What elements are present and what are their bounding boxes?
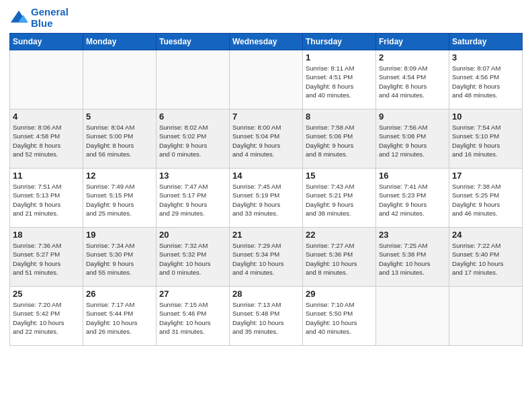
day-info: Sunrise: 7:56 AMSunset: 5:08 PMDaylight:… — [379, 123, 446, 158]
calendar-cell: 15Sunrise: 7:43 AMSunset: 5:21 PMDayligh… — [303, 169, 376, 228]
day-of-week-header: Thursday — [303, 34, 376, 50]
day-number: 9 — [379, 111, 446, 122]
calendar-week-row: 1Sunrise: 8:11 AMSunset: 4:51 PMDaylight… — [10, 50, 523, 109]
calendar-table: SundayMondayTuesdayWednesdayThursdayFrid… — [9, 33, 523, 346]
day-number: 28 — [232, 289, 300, 299]
day-info: Sunrise: 8:06 AMSunset: 4:58 PMDaylight:… — [13, 123, 80, 158]
calendar-week-row: 18Sunrise: 7:36 AMSunset: 5:27 PMDayligh… — [10, 228, 523, 287]
day-info: Sunrise: 7:36 AMSunset: 5:27 PMDaylight:… — [13, 241, 80, 277]
day-number: 16 — [379, 171, 446, 181]
calendar-cell: 2Sunrise: 8:09 AMSunset: 4:54 PMDaylight… — [376, 50, 449, 109]
day-of-week-header: Friday — [376, 34, 449, 50]
day-number: 26 — [86, 289, 153, 299]
day-number: 21 — [232, 230, 300, 240]
day-number: 19 — [86, 230, 153, 240]
calendar-cell: 23Sunrise: 7:25 AMSunset: 5:38 PMDayligh… — [376, 228, 449, 287]
calendar-cell — [376, 287, 449, 346]
calendar-cell: 21Sunrise: 7:29 AMSunset: 5:34 PMDayligh… — [230, 228, 303, 287]
day-number: 25 — [13, 289, 80, 299]
day-info: Sunrise: 8:09 AMSunset: 4:54 PMDaylight:… — [379, 64, 446, 99]
calendar-cell: 3Sunrise: 8:07 AMSunset: 4:56 PMDaylight… — [449, 50, 523, 109]
day-of-week-header: Sunday — [10, 34, 83, 50]
day-info: Sunrise: 7:17 AMSunset: 5:44 PMDaylight:… — [86, 300, 153, 336]
day-number: 5 — [86, 111, 153, 122]
calendar-cell — [10, 50, 83, 109]
day-info: Sunrise: 7:25 AMSunset: 5:38 PMDaylight:… — [379, 241, 446, 277]
calendar-cell: 22Sunrise: 7:27 AMSunset: 5:36 PMDayligh… — [303, 228, 376, 287]
calendar-cell: 1Sunrise: 8:11 AMSunset: 4:51 PMDaylight… — [303, 50, 376, 109]
calendar-cell: 29Sunrise: 7:10 AMSunset: 5:50 PMDayligh… — [303, 287, 376, 346]
calendar-cell: 12Sunrise: 7:49 AMSunset: 5:15 PMDayligh… — [83, 169, 157, 228]
day-info: Sunrise: 7:43 AMSunset: 5:21 PMDaylight:… — [306, 182, 373, 218]
calendar-week-row: 25Sunrise: 7:20 AMSunset: 5:42 PMDayligh… — [10, 287, 523, 346]
calendar-cell: 6Sunrise: 8:02 AMSunset: 5:02 PMDaylight… — [157, 109, 230, 169]
calendar-cell: 13Sunrise: 7:47 AMSunset: 5:17 PMDayligh… — [157, 169, 230, 228]
day-of-week-header: Saturday — [449, 34, 523, 50]
day-number: 17 — [452, 171, 519, 181]
calendar-cell: 10Sunrise: 7:54 AMSunset: 5:10 PMDayligh… — [449, 109, 523, 169]
day-number: 14 — [232, 171, 300, 181]
calendar-cell: 20Sunrise: 7:32 AMSunset: 5:32 PMDayligh… — [157, 228, 230, 287]
calendar-cell: 19Sunrise: 7:34 AMSunset: 5:30 PMDayligh… — [83, 228, 157, 287]
page: General Blue SundayMondayTuesdayWednesda… — [0, 0, 532, 411]
calendar-cell: 4Sunrise: 8:06 AMSunset: 4:58 PMDaylight… — [10, 109, 83, 169]
day-number: 12 — [86, 171, 153, 181]
day-info: Sunrise: 7:20 AMSunset: 5:42 PMDaylight:… — [13, 300, 80, 336]
day-info: Sunrise: 8:00 AMSunset: 5:04 PMDaylight:… — [232, 123, 300, 158]
day-info: Sunrise: 7:58 AMSunset: 5:06 PMDaylight:… — [306, 123, 373, 158]
calendar-cell — [449, 287, 523, 346]
day-info: Sunrise: 7:41 AMSunset: 5:23 PMDaylight:… — [379, 182, 446, 218]
day-number: 6 — [159, 111, 226, 122]
day-info: Sunrise: 7:10 AMSunset: 5:50 PMDaylight:… — [306, 300, 373, 336]
day-number: 11 — [13, 171, 80, 181]
calendar-cell: 7Sunrise: 8:00 AMSunset: 5:04 PMDaylight… — [230, 109, 303, 169]
calendar-cell — [157, 50, 230, 109]
logo: General Blue — [9, 7, 69, 29]
calendar-body: 1Sunrise: 8:11 AMSunset: 4:51 PMDaylight… — [10, 50, 523, 346]
day-number: 13 — [159, 171, 226, 181]
day-number: 20 — [159, 230, 226, 240]
day-info: Sunrise: 8:02 AMSunset: 5:02 PMDaylight:… — [159, 123, 226, 158]
day-number: 29 — [306, 289, 373, 299]
calendar-cell — [230, 50, 303, 109]
day-number: 8 — [306, 111, 373, 122]
day-info: Sunrise: 7:13 AMSunset: 5:48 PMDaylight:… — [232, 300, 300, 336]
day-of-week-header: Tuesday — [157, 34, 230, 50]
day-info: Sunrise: 7:38 AMSunset: 5:25 PMDaylight:… — [452, 182, 519, 218]
day-number: 18 — [13, 230, 80, 240]
day-number: 7 — [232, 111, 300, 122]
day-number: 15 — [306, 171, 373, 181]
day-number: 22 — [306, 230, 373, 240]
day-header-row: SundayMondayTuesdayWednesdayThursdayFrid… — [10, 34, 523, 50]
logo-text: General Blue — [31, 7, 69, 29]
day-info: Sunrise: 7:34 AMSunset: 5:30 PMDaylight:… — [86, 241, 153, 277]
calendar-cell: 18Sunrise: 7:36 AMSunset: 5:27 PMDayligh… — [10, 228, 83, 287]
calendar-cell: 24Sunrise: 7:22 AMSunset: 5:40 PMDayligh… — [449, 228, 523, 287]
day-info: Sunrise: 7:54 AMSunset: 5:10 PMDaylight:… — [452, 123, 519, 158]
calendar-week-row: 4Sunrise: 8:06 AMSunset: 4:58 PMDaylight… — [10, 109, 523, 169]
day-info: Sunrise: 7:49 AMSunset: 5:15 PMDaylight:… — [86, 182, 153, 218]
calendar-cell — [83, 50, 157, 109]
day-number: 27 — [159, 289, 226, 299]
calendar-cell: 5Sunrise: 8:04 AMSunset: 5:00 PMDaylight… — [83, 109, 157, 169]
day-number: 1 — [306, 52, 373, 62]
day-number: 2 — [379, 52, 446, 62]
day-info: Sunrise: 7:32 AMSunset: 5:32 PMDaylight:… — [159, 241, 226, 277]
day-info: Sunrise: 7:15 AMSunset: 5:46 PMDaylight:… — [159, 300, 226, 336]
day-info: Sunrise: 8:04 AMSunset: 5:00 PMDaylight:… — [86, 123, 153, 158]
day-info: Sunrise: 8:07 AMSunset: 4:56 PMDaylight:… — [452, 64, 519, 99]
calendar-cell: 25Sunrise: 7:20 AMSunset: 5:42 PMDayligh… — [10, 287, 83, 346]
day-of-week-header: Wednesday — [230, 34, 303, 50]
day-number: 23 — [379, 230, 446, 240]
day-info: Sunrise: 7:45 AMSunset: 5:19 PMDaylight:… — [232, 182, 300, 218]
calendar-cell: 16Sunrise: 7:41 AMSunset: 5:23 PMDayligh… — [376, 169, 449, 228]
calendar-week-row: 11Sunrise: 7:51 AMSunset: 5:13 PMDayligh… — [10, 169, 523, 228]
day-number: 10 — [452, 111, 519, 122]
calendar-cell: 8Sunrise: 7:58 AMSunset: 5:06 PMDaylight… — [303, 109, 376, 169]
calendar-cell: 9Sunrise: 7:56 AMSunset: 5:08 PMDaylight… — [376, 109, 449, 169]
day-number: 4 — [13, 111, 80, 122]
calendar-cell: 11Sunrise: 7:51 AMSunset: 5:13 PMDayligh… — [10, 169, 83, 228]
day-info: Sunrise: 7:22 AMSunset: 5:40 PMDaylight:… — [452, 241, 519, 277]
logo-icon — [9, 9, 28, 28]
calendar-cell: 26Sunrise: 7:17 AMSunset: 5:44 PMDayligh… — [83, 287, 157, 346]
